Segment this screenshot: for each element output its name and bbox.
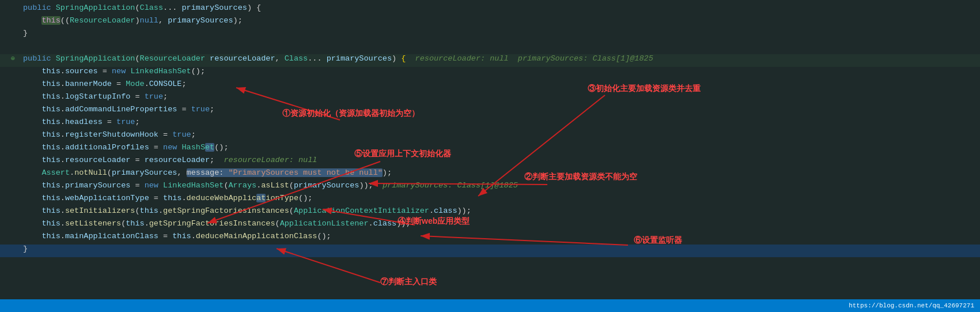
svg-line-5 (323, 209, 415, 225)
code-editor: public SpringApplication(Class... primar… (0, 0, 980, 312)
url-display: https://blog.csdn.net/qq_42697271 (849, 302, 974, 309)
status-bar: https://blog.csdn.net/qq_42697271 (0, 299, 980, 312)
svg-line-6 (421, 236, 628, 245)
svg-line-1 (236, 88, 340, 120)
svg-line-4 (369, 183, 547, 185)
svg-line-2 (478, 95, 605, 196)
svg-line-3 (207, 161, 380, 223)
svg-line-7 (277, 249, 380, 283)
annotations-overlay (0, 0, 980, 312)
